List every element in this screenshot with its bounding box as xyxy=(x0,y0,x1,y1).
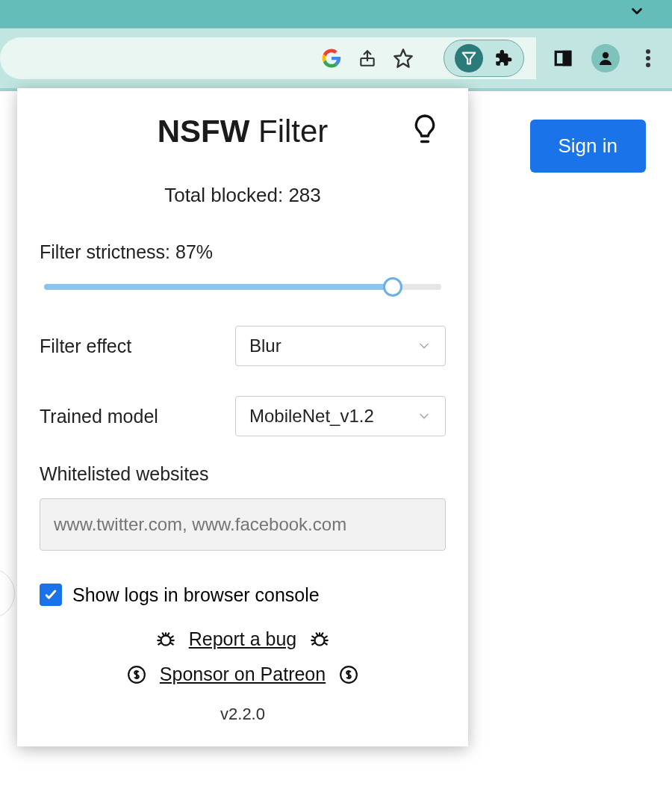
show-logs-label: Show logs in browser console xyxy=(72,584,320,606)
omnibox-area xyxy=(0,37,536,79)
svg-point-9 xyxy=(161,635,170,645)
extension-popup: NSFW Filter Total blocked: 283 Filter st… xyxy=(17,88,468,746)
trained-model-select[interactable]: MobileNet_v1.2 xyxy=(235,396,446,436)
sponsor-link[interactable]: Sponsor on Patreon xyxy=(160,663,326,685)
profile-avatar[interactable] xyxy=(591,44,620,72)
dollar-icon xyxy=(339,665,358,684)
panel-icon[interactable] xyxy=(553,48,573,69)
extensions-puzzle-icon[interactable] xyxy=(494,49,513,68)
svg-point-10 xyxy=(315,635,325,645)
chevron-down-icon[interactable] xyxy=(629,3,645,19)
whitelist-input[interactable] xyxy=(40,498,446,551)
kebab-menu-icon[interactable] xyxy=(638,48,659,69)
floating-bubble[interactable] xyxy=(0,568,15,619)
nsfw-filter-extension-icon[interactable] xyxy=(455,44,483,72)
strictness-label: Filter strictness: 87% xyxy=(40,241,446,263)
lightbulb-icon[interactable] xyxy=(411,114,438,147)
dollar-icon xyxy=(127,665,146,684)
window-banner xyxy=(0,0,672,28)
svg-marker-2 xyxy=(463,53,476,64)
show-logs-checkbox[interactable] xyxy=(40,584,62,606)
svg-point-8 xyxy=(646,63,650,67)
extensions-pill xyxy=(444,40,524,77)
chevron-down-icon xyxy=(417,409,432,424)
total-blocked: Total blocked: 283 xyxy=(40,184,446,207)
bug-icon xyxy=(156,630,175,649)
svg-point-7 xyxy=(646,56,650,61)
svg-rect-4 xyxy=(564,52,570,64)
filter-effect-select[interactable]: Blur xyxy=(235,326,446,366)
google-icon[interactable] xyxy=(321,48,342,69)
popup-title: NSFW Filter xyxy=(158,114,329,149)
svg-marker-1 xyxy=(394,49,411,66)
version-label: v2.2.0 xyxy=(40,705,446,724)
bug-icon xyxy=(310,630,329,649)
sign-in-button[interactable]: Sign in xyxy=(530,120,647,173)
whitelist-label: Whitelisted websites xyxy=(40,463,446,485)
share-icon[interactable] xyxy=(357,48,378,69)
trained-model-label: Trained model xyxy=(40,406,158,427)
toolbar-right xyxy=(553,44,659,72)
svg-point-5 xyxy=(603,52,609,58)
star-icon[interactable] xyxy=(393,48,414,69)
report-bug-link[interactable]: Report a bug xyxy=(189,628,297,650)
filter-effect-label: Filter effect xyxy=(40,335,131,357)
strictness-slider[interactable] xyxy=(40,278,446,296)
svg-point-6 xyxy=(646,49,650,54)
browser-toolbar xyxy=(0,28,672,88)
chevron-down-icon xyxy=(417,338,432,353)
